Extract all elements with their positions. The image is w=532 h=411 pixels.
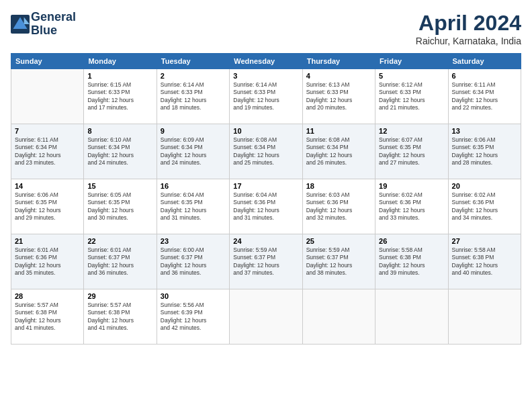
day-number: 22 bbox=[87, 237, 152, 245]
day-info: Sunrise: 6:02 AM Sunset: 6:36 PM Dayligh… bbox=[452, 191, 517, 222]
calendar-cell: 7Sunrise: 6:11 AM Sunset: 6:34 PM Daylig… bbox=[11, 124, 84, 179]
day-info: Sunrise: 6:15 AM Sunset: 6:33 PM Dayligh… bbox=[87, 81, 152, 112]
calendar-cell bbox=[11, 69, 84, 124]
day-number: 29 bbox=[87, 292, 152, 300]
day-info: Sunrise: 6:14 AM Sunset: 6:33 PM Dayligh… bbox=[233, 81, 298, 112]
weekday-header-tuesday: Tuesday bbox=[157, 54, 229, 69]
calendar-week-4: 21Sunrise: 6:01 AM Sunset: 6:36 PM Dayli… bbox=[11, 234, 521, 289]
day-info: Sunrise: 6:02 AM Sunset: 6:36 PM Dayligh… bbox=[379, 191, 444, 222]
calendar-week-3: 14Sunrise: 6:06 AM Sunset: 6:35 PM Dayli… bbox=[11, 179, 521, 234]
day-info: Sunrise: 6:03 AM Sunset: 6:36 PM Dayligh… bbox=[306, 191, 371, 222]
calendar-header-row: SundayMondayTuesdayWednesdayThursdayFrid… bbox=[11, 54, 521, 69]
day-info: Sunrise: 6:01 AM Sunset: 6:36 PM Dayligh… bbox=[15, 246, 80, 277]
calendar-cell: 29Sunrise: 5:57 AM Sunset: 6:38 PM Dayli… bbox=[84, 289, 157, 345]
day-number: 4 bbox=[306, 72, 371, 80]
logo-text: General Blue bbox=[31, 11, 76, 38]
weekday-header-monday: Monday bbox=[84, 54, 157, 69]
calendar-cell: 14Sunrise: 6:06 AM Sunset: 6:35 PM Dayli… bbox=[11, 179, 84, 234]
day-number: 5 bbox=[379, 72, 444, 80]
calendar-week-2: 7Sunrise: 6:11 AM Sunset: 6:34 PM Daylig… bbox=[11, 124, 521, 179]
day-number: 16 bbox=[161, 182, 226, 190]
calendar-cell: 6Sunrise: 6:11 AM Sunset: 6:34 PM Daylig… bbox=[448, 69, 521, 124]
calendar-cell: 1Sunrise: 6:15 AM Sunset: 6:33 PM Daylig… bbox=[84, 69, 157, 124]
calendar-cell: 17Sunrise: 6:04 AM Sunset: 6:36 PM Dayli… bbox=[230, 179, 302, 234]
day-info: Sunrise: 6:06 AM Sunset: 6:35 PM Dayligh… bbox=[15, 191, 80, 222]
day-number: 27 bbox=[452, 237, 517, 245]
calendar-week-5: 28Sunrise: 5:57 AM Sunset: 6:38 PM Dayli… bbox=[11, 289, 521, 345]
day-info: Sunrise: 5:59 AM Sunset: 6:37 PM Dayligh… bbox=[233, 246, 298, 277]
day-info: Sunrise: 6:08 AM Sunset: 6:34 PM Dayligh… bbox=[306, 136, 371, 167]
day-number: 18 bbox=[306, 182, 371, 190]
calendar-cell: 19Sunrise: 6:02 AM Sunset: 6:36 PM Dayli… bbox=[375, 179, 448, 234]
logo-line1: General bbox=[31, 11, 76, 24]
calendar-cell bbox=[448, 289, 521, 345]
day-info: Sunrise: 6:14 AM Sunset: 6:33 PM Dayligh… bbox=[161, 81, 226, 112]
day-number: 14 bbox=[15, 182, 80, 190]
day-number: 13 bbox=[452, 127, 517, 135]
day-info: Sunrise: 6:06 AM Sunset: 6:35 PM Dayligh… bbox=[452, 136, 517, 167]
calendar-cell: 18Sunrise: 6:03 AM Sunset: 6:36 PM Dayli… bbox=[302, 179, 375, 234]
day-number: 1 bbox=[87, 72, 152, 80]
day-number: 21 bbox=[15, 237, 80, 245]
day-info: Sunrise: 5:56 AM Sunset: 6:39 PM Dayligh… bbox=[161, 302, 226, 332]
calendar-cell: 10Sunrise: 6:08 AM Sunset: 6:34 PM Dayli… bbox=[230, 124, 302, 179]
day-info: Sunrise: 6:08 AM Sunset: 6:34 PM Dayligh… bbox=[233, 136, 298, 167]
day-number: 26 bbox=[379, 237, 444, 245]
calendar-cell: 23Sunrise: 6:00 AM Sunset: 6:37 PM Dayli… bbox=[157, 234, 229, 289]
calendar-cell bbox=[302, 289, 375, 345]
calendar-cell: 28Sunrise: 5:57 AM Sunset: 6:38 PM Dayli… bbox=[11, 289, 84, 345]
day-info: Sunrise: 5:58 AM Sunset: 6:38 PM Dayligh… bbox=[452, 246, 517, 277]
day-number: 10 bbox=[233, 127, 298, 135]
day-info: Sunrise: 6:10 AM Sunset: 6:34 PM Dayligh… bbox=[87, 136, 152, 167]
calendar-cell: 22Sunrise: 6:01 AM Sunset: 6:37 PM Dayli… bbox=[84, 234, 157, 289]
calendar-cell: 27Sunrise: 5:58 AM Sunset: 6:38 PM Dayli… bbox=[448, 234, 521, 289]
calendar-cell: 12Sunrise: 6:07 AM Sunset: 6:35 PM Dayli… bbox=[375, 124, 448, 179]
day-number: 7 bbox=[15, 127, 80, 135]
logo-icon bbox=[11, 15, 30, 34]
day-info: Sunrise: 6:11 AM Sunset: 6:34 PM Dayligh… bbox=[452, 81, 517, 112]
day-info: Sunrise: 6:05 AM Sunset: 6:35 PM Dayligh… bbox=[87, 191, 152, 222]
calendar-cell: 26Sunrise: 5:58 AM Sunset: 6:38 PM Dayli… bbox=[375, 234, 448, 289]
day-info: Sunrise: 5:58 AM Sunset: 6:38 PM Dayligh… bbox=[379, 246, 444, 277]
day-info: Sunrise: 5:57 AM Sunset: 6:38 PM Dayligh… bbox=[15, 302, 80, 332]
day-number: 8 bbox=[87, 127, 152, 135]
calendar-week-1: 1Sunrise: 6:15 AM Sunset: 6:33 PM Daylig… bbox=[11, 69, 521, 124]
calendar-cell: 30Sunrise: 5:56 AM Sunset: 6:39 PM Dayli… bbox=[157, 289, 229, 345]
calendar-cell: 9Sunrise: 6:09 AM Sunset: 6:34 PM Daylig… bbox=[157, 124, 229, 179]
day-info: Sunrise: 6:11 AM Sunset: 6:34 PM Dayligh… bbox=[15, 136, 80, 167]
day-info: Sunrise: 5:57 AM Sunset: 6:38 PM Dayligh… bbox=[87, 302, 152, 332]
calendar-cell: 2Sunrise: 6:14 AM Sunset: 6:33 PM Daylig… bbox=[157, 69, 229, 124]
weekday-header-sunday: Sunday bbox=[11, 54, 84, 69]
day-number: 28 bbox=[15, 292, 80, 300]
calendar-cell: 13Sunrise: 6:06 AM Sunset: 6:35 PM Dayli… bbox=[448, 124, 521, 179]
weekday-header-saturday: Saturday bbox=[448, 54, 521, 69]
day-number: 6 bbox=[452, 72, 517, 80]
day-number: 20 bbox=[452, 182, 517, 190]
day-number: 3 bbox=[233, 72, 298, 80]
day-info: Sunrise: 6:04 AM Sunset: 6:35 PM Dayligh… bbox=[161, 191, 226, 222]
day-info: Sunrise: 6:00 AM Sunset: 6:37 PM Dayligh… bbox=[161, 246, 226, 277]
calendar-cell: 4Sunrise: 6:13 AM Sunset: 6:33 PM Daylig… bbox=[302, 69, 375, 124]
page-header: General Blue April 2024 Raichur, Karnata… bbox=[11, 11, 521, 46]
day-number: 12 bbox=[379, 127, 444, 135]
calendar-cell: 11Sunrise: 6:08 AM Sunset: 6:34 PM Dayli… bbox=[302, 124, 375, 179]
day-number: 15 bbox=[87, 182, 152, 190]
weekday-header-thursday: Thursday bbox=[302, 54, 375, 69]
title-block: April 2024 Raichur, Karnataka, India bbox=[416, 11, 521, 46]
calendar-cell: 16Sunrise: 6:04 AM Sunset: 6:35 PM Dayli… bbox=[157, 179, 229, 234]
weekday-header-friday: Friday bbox=[375, 54, 448, 69]
calendar-cell: 24Sunrise: 5:59 AM Sunset: 6:37 PM Dayli… bbox=[230, 234, 302, 289]
calendar-cell bbox=[375, 289, 448, 345]
day-number: 30 bbox=[161, 292, 226, 300]
calendar-cell: 15Sunrise: 6:05 AM Sunset: 6:35 PM Dayli… bbox=[84, 179, 157, 234]
calendar-cell bbox=[230, 289, 302, 345]
day-info: Sunrise: 6:04 AM Sunset: 6:36 PM Dayligh… bbox=[233, 191, 298, 222]
day-info: Sunrise: 5:59 AM Sunset: 6:37 PM Dayligh… bbox=[306, 246, 371, 277]
logo-line2: Blue bbox=[31, 24, 76, 38]
calendar-cell: 3Sunrise: 6:14 AM Sunset: 6:33 PM Daylig… bbox=[230, 69, 302, 124]
day-number: 11 bbox=[306, 127, 371, 135]
logo: General Blue bbox=[11, 11, 76, 38]
day-number: 19 bbox=[379, 182, 444, 190]
calendar-table: SundayMondayTuesdayWednesdayThursdayFrid… bbox=[11, 53, 521, 345]
month-title: April 2024 bbox=[416, 11, 521, 36]
